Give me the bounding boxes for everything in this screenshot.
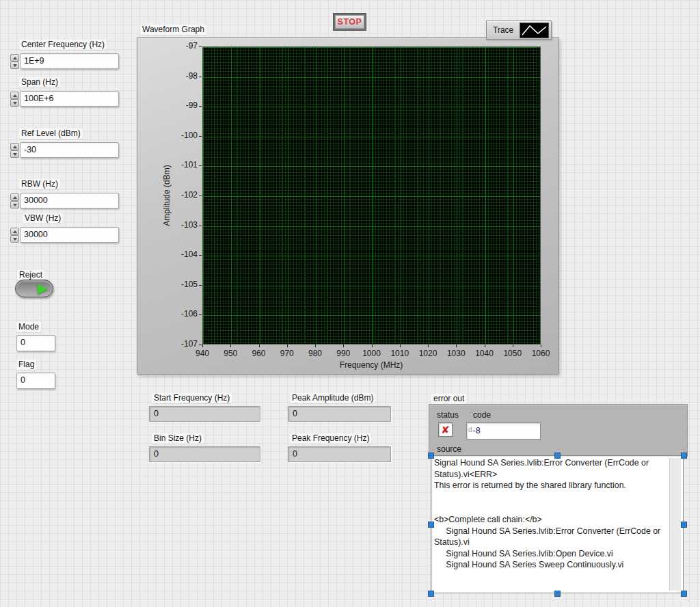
up-arrow-icon [13, 196, 17, 199]
decrement-button[interactable] [10, 62, 19, 69]
flag-input[interactable]: 0 [16, 373, 55, 389]
ref-level-spinner[interactable] [10, 143, 19, 158]
x-tick-mark [202, 345, 203, 347]
stop-button-label: STOP [335, 15, 364, 29]
y-tick-mark [199, 77, 202, 77]
center-frequency-label: Center Frequency (Hz) [19, 40, 107, 50]
increment-button[interactable] [10, 143, 19, 150]
selection-handle-bottom-left[interactable] [428, 591, 434, 597]
selection-handle-mid-right[interactable] [681, 522, 687, 528]
y-tick-label: -106 [181, 309, 198, 319]
error-out-label: error out [431, 394, 466, 404]
x-tick-label: 1060 [532, 349, 550, 358]
x-tick-label: 1020 [419, 349, 438, 358]
peak-frequency-indicator: 0 [288, 446, 391, 462]
x-tick-mark [541, 345, 541, 347]
rbw-spinner[interactable] [10, 193, 19, 208]
mode-input[interactable]: 0 [16, 335, 55, 351]
increment-button[interactable] [10, 193, 19, 201]
ref-level-label: Ref Level (dBm) [19, 129, 83, 139]
up-arrow-icon [13, 57, 17, 59]
center-frequency-input[interactable]: 1E+9 [20, 53, 119, 69]
down-arrow-icon [13, 153, 17, 156]
ref-level-input[interactable]: -30 [20, 142, 119, 158]
down-arrow-icon [13, 204, 17, 206]
error-status-indicator: ✘ [438, 422, 453, 437]
trace-plot-style-icon[interactable] [520, 23, 549, 38]
x-tick-label: 980 [308, 349, 322, 358]
span-spinner[interactable] [10, 92, 19, 107]
trace-legend[interactable]: Trace [486, 21, 552, 40]
selection-handle-bottom-mid[interactable] [554, 591, 561, 597]
y-axis-ticks: -97-98-99-100-101-102-103-104-105-106-10… [168, 46, 202, 345]
selection-handle-top-right[interactable] [681, 453, 687, 459]
graph-title: Waveform Graph [140, 25, 206, 35]
switch-on-arrow-icon [38, 284, 48, 295]
x-tick-mark [230, 345, 231, 347]
start-frequency-label: Start Frequency (Hz) [152, 393, 232, 403]
y-tick-mark [199, 255, 202, 256]
y-tick-label: -104 [181, 249, 198, 260]
x-tick-label: 1010 [390, 349, 409, 358]
x-tick-label: 1040 [475, 349, 494, 358]
decrement-button[interactable] [10, 235, 19, 243]
y-tick-label: -100 [181, 131, 198, 141]
labview-front-panel: Center Frequency (Hz) 1E+9 Span (Hz) 100… [0, 0, 700, 607]
increment-button[interactable] [10, 228, 19, 235]
selection-handle-mid-left[interactable] [428, 522, 434, 528]
bin-size-indicator: 0 [149, 446, 260, 462]
start-frequency-indicator: 0 [149, 406, 260, 422]
down-arrow-icon [13, 102, 17, 105]
selection-handle-bottom-right[interactable] [681, 591, 687, 597]
source-scrollbar-track [669, 458, 681, 591]
x-tick-mark [372, 345, 373, 347]
down-arrow-icon [13, 64, 17, 67]
y-tick-label: -102 [181, 190, 198, 200]
trace-legend-label: Trace [493, 25, 513, 35]
x-tick-label: 940 [196, 349, 209, 358]
stop-button[interactable]: STOP [333, 13, 366, 31]
increment-button[interactable] [10, 92, 19, 99]
vbw-label: VBW (Hz) [23, 213, 63, 224]
error-code-label: code [471, 410, 493, 420]
x-tick-mark [343, 345, 344, 347]
span-input[interactable]: 100E+6 [20, 91, 119, 107]
x-tick-label: 960 [252, 349, 265, 358]
error-source-label: source [435, 444, 463, 455]
plot-area[interactable] [202, 46, 541, 345]
y-tick-mark [199, 285, 202, 286]
y-tick-label: -103 [181, 220, 198, 230]
x-tick-label: 1000 [362, 349, 381, 358]
error-code-value: -8 [473, 426, 481, 439]
peak-frequency-label: Peak Frequency (Hz) [290, 433, 371, 444]
y-tick-mark [199, 46, 202, 47]
peak-amplitude-label: Peak Amplitude (dBm) [290, 393, 375, 403]
y-tick-mark [199, 106, 202, 107]
vbw-input[interactable]: 30000 [20, 227, 119, 243]
vbw-spinner[interactable] [10, 228, 19, 243]
y-tick-label: -105 [181, 280, 198, 290]
rbw-input[interactable]: 30000 [20, 193, 119, 208]
up-arrow-icon [13, 146, 17, 148]
decrement-button[interactable] [10, 150, 19, 158]
x-tick-mark [259, 345, 260, 347]
selection-handle-top-mid[interactable] [554, 453, 561, 459]
increment-button[interactable] [10, 54, 19, 62]
x-tick-label: 1050 [503, 349, 522, 358]
reject-switch[interactable] [15, 280, 53, 297]
y-tick-label: -107 [181, 339, 198, 349]
y-tick-label: -99 [186, 100, 198, 111]
y-tick-mark [199, 226, 202, 226]
decrement-button[interactable] [10, 201, 19, 208]
peak-amplitude-indicator: 0 [288, 406, 391, 422]
y-tick-mark [199, 195, 202, 196]
flag-label: Flag [16, 360, 36, 370]
x-tick-mark [428, 345, 429, 347]
center-frequency-spinner[interactable] [10, 54, 19, 69]
x-tick-mark [287, 345, 288, 347]
selection-handle-top-left[interactable] [428, 453, 434, 459]
y-tick-label: -98 [186, 71, 198, 81]
y-tick-label: -101 [181, 160, 198, 170]
x-tick-mark [456, 345, 457, 347]
decrement-button[interactable] [10, 99, 19, 107]
